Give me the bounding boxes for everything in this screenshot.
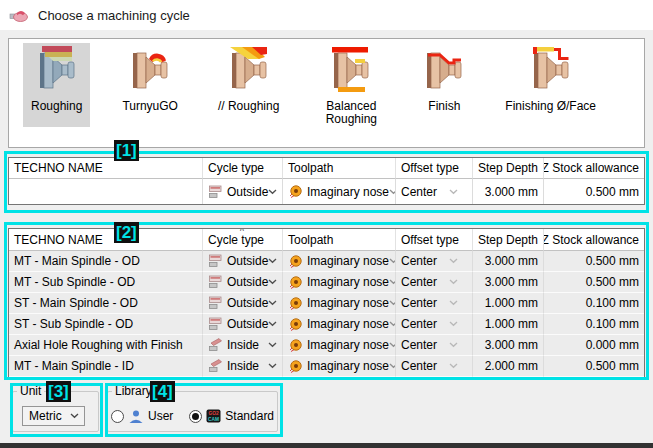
z-stock-allowance-cell[interactable]: 0.500 mm bbox=[544, 272, 644, 293]
svg-text:GO2: GO2 bbox=[209, 411, 219, 416]
toolbar-item-roughing[interactable]: Roughing bbox=[23, 43, 90, 127]
cycle-type-dropdown[interactable]: Outside bbox=[203, 314, 283, 335]
toolbar-item-finish[interactable]: Finish bbox=[415, 43, 473, 127]
chevron-down-icon bbox=[449, 279, 458, 285]
chevron-down-icon bbox=[268, 342, 277, 348]
column-header-offset-type[interactable]: Offset type bbox=[396, 158, 473, 179]
toolpath-dropdown[interactable]: Imaginary nose bbox=[283, 179, 396, 204]
imaginary-nose-icon bbox=[288, 359, 303, 374]
z-stock-allowance-cell[interactable]: 0.100 mm bbox=[544, 293, 644, 314]
column-header-techno-name[interactable]: TECHNO NAME bbox=[9, 229, 203, 251]
chevron-down-icon bbox=[389, 342, 396, 348]
toolpath-value: Imaginary nose bbox=[307, 317, 389, 331]
column-header-toolpath[interactable]: Toolpath bbox=[283, 229, 396, 251]
column-header-offset-type[interactable]: Offset type bbox=[396, 229, 473, 251]
column-header-step-depth[interactable]: Step Depth bbox=[473, 229, 544, 251]
library-option-standard[interactable]: GO2 CAMStandard bbox=[189, 409, 274, 423]
offset-type-dropdown[interactable]: Center bbox=[396, 179, 473, 204]
chevron-down-icon bbox=[268, 279, 277, 285]
offset-type-dropdown[interactable]: Center bbox=[396, 314, 473, 335]
z-stock-allowance-cell[interactable]: 0.000 mm bbox=[544, 335, 644, 356]
chevron-down-icon bbox=[268, 363, 277, 369]
toolpath-dropdown[interactable]: Imaginary nose bbox=[283, 251, 396, 272]
chevron-down-icon bbox=[389, 363, 396, 369]
techno-name-cell[interactable]: ST - Main Spindle - OD bbox=[9, 293, 203, 314]
offset-type-value: Center bbox=[401, 185, 437, 199]
outside-cycle-type-icon bbox=[208, 254, 223, 268]
toolpath-dropdown[interactable]: Imaginary nose bbox=[283, 356, 396, 377]
cycle-type-dropdown[interactable]: Inside bbox=[203, 335, 283, 356]
toolpath-dropdown[interactable]: Imaginary nose bbox=[283, 293, 396, 314]
column-header-toolpath[interactable]: Toolpath bbox=[283, 158, 396, 179]
techno-name-cell[interactable]: MT - Main Spindle - OD bbox=[9, 251, 203, 272]
offset-type-dropdown[interactable]: Center bbox=[396, 335, 473, 356]
step-depth-cell[interactable]: 3.000 mm bbox=[473, 335, 544, 356]
chevron-down-icon bbox=[389, 189, 396, 195]
column-header-cycle-type[interactable]: Cycle type bbox=[203, 158, 283, 179]
cycle-type-dropdown[interactable]: Outside bbox=[203, 272, 283, 293]
cycle-type-dropdown[interactable]: Outside bbox=[203, 293, 283, 314]
techno-name-cell[interactable]: ST - Sub Spindle - OD bbox=[9, 314, 203, 335]
cycle-type-value: Outside bbox=[227, 185, 268, 199]
techno-name-cell[interactable]: MT - Sub Spindle - OD bbox=[9, 272, 203, 293]
step-depth-cell[interactable]: 1.000 mm bbox=[473, 314, 544, 335]
step-depth-cell[interactable]: 3.000 mm bbox=[473, 251, 544, 272]
offset-type-dropdown[interactable]: Center bbox=[396, 251, 473, 272]
toolbar-item-label: Finishing Ø/Face bbox=[505, 100, 596, 113]
toolbar-item-finishing-face[interactable]: Finishing Ø/Face bbox=[497, 43, 604, 127]
chevron-down-icon bbox=[389, 321, 396, 327]
inside-cycle-type-icon bbox=[208, 359, 223, 373]
z-stock-allowance-cell[interactable]: 0.500 mm bbox=[544, 356, 644, 377]
toolbar-item-roughing[interactable]: // Roughing bbox=[210, 43, 287, 127]
chevron-down-icon bbox=[449, 342, 458, 348]
imaginary-nose-icon bbox=[288, 254, 303, 269]
radio-button-standard[interactable] bbox=[189, 410, 202, 423]
library-group-label: Library bbox=[112, 384, 155, 398]
step-depth-cell[interactable]: 1.000 mm bbox=[473, 293, 544, 314]
toolbar-item-balanced-roughing[interactable]: Balanced Roughing bbox=[311, 43, 391, 140]
step-depth-cell[interactable]: 2.000 mm bbox=[473, 356, 544, 377]
column-header-z-stock-allowance[interactable]: Z Stock allowance bbox=[544, 158, 644, 179]
chevron-down-icon bbox=[389, 300, 396, 306]
offset-type-value: Center bbox=[401, 317, 437, 331]
offset-type-dropdown[interactable]: Center bbox=[396, 356, 473, 377]
unit-select[interactable]: Metric bbox=[22, 406, 85, 426]
offset-type-dropdown[interactable]: Center bbox=[396, 293, 473, 314]
sort-ascending-indicator: ∧ bbox=[239, 229, 245, 233]
step-depth-cell[interactable]: 3.000 mm bbox=[473, 272, 544, 293]
cycle-type-value: Outside bbox=[227, 275, 268, 289]
library-option-label: Standard bbox=[225, 409, 274, 423]
toolbar-item-label: Balanced Roughing bbox=[319, 100, 383, 126]
column-header-step-depth[interactable]: Step Depth bbox=[473, 158, 544, 179]
z-stock-allowance-cell[interactable]: 0.100 mm bbox=[544, 314, 644, 335]
toolbar-item-turnyugo[interactable]: TurnyuGO bbox=[114, 43, 186, 127]
offset-type-value: Center bbox=[401, 296, 437, 310]
toolpath-dropdown[interactable]: Imaginary nose bbox=[283, 314, 396, 335]
toolpath-dropdown[interactable]: Imaginary nose bbox=[283, 335, 396, 356]
step-depth-cell[interactable]: 3.000 mm bbox=[473, 179, 544, 204]
user-icon bbox=[128, 409, 144, 424]
z-stock-allowance-cell[interactable]: 0.500 mm bbox=[544, 179, 644, 204]
cycle-type-dropdown[interactable]: Inside bbox=[203, 356, 283, 377]
library-option-user[interactable]: User bbox=[111, 409, 173, 424]
techno-name-cell[interactable] bbox=[9, 179, 203, 204]
cycle-type-dropdown[interactable]: Outside bbox=[203, 179, 283, 204]
z-stock-allowance-cell[interactable]: 0.500 mm bbox=[544, 251, 644, 272]
toolpath-dropdown[interactable]: Imaginary nose bbox=[283, 272, 396, 293]
radio-button-user[interactable] bbox=[111, 410, 124, 423]
column-header-techno-name[interactable]: TECHNO NAME bbox=[9, 158, 203, 179]
cycle-type-dropdown[interactable]: Outside bbox=[203, 251, 283, 272]
column-header-cycle-type[interactable]: ∧Cycle type bbox=[203, 229, 283, 251]
techno-name-cell[interactable]: Axial Hole Roughing with Finish bbox=[9, 335, 203, 356]
roughing-cycle-icon bbox=[36, 46, 78, 94]
cycle-type-value: Inside bbox=[227, 359, 259, 373]
imaginary-nose-icon bbox=[288, 296, 303, 311]
offset-type-dropdown[interactable]: Center bbox=[396, 272, 473, 293]
chevron-down-icon bbox=[449, 189, 458, 195]
machining-part-icon bbox=[9, 7, 29, 24]
go2cam-logo-icon: GO2 CAM bbox=[206, 409, 221, 423]
chevron-down-icon bbox=[449, 363, 458, 369]
imaginary-nose-icon bbox=[288, 184, 303, 199]
techno-name-cell[interactable]: MT - Main Spindle - ID bbox=[9, 356, 203, 377]
column-header-z-stock-allowance[interactable]: Z Stock allowance bbox=[544, 229, 644, 251]
